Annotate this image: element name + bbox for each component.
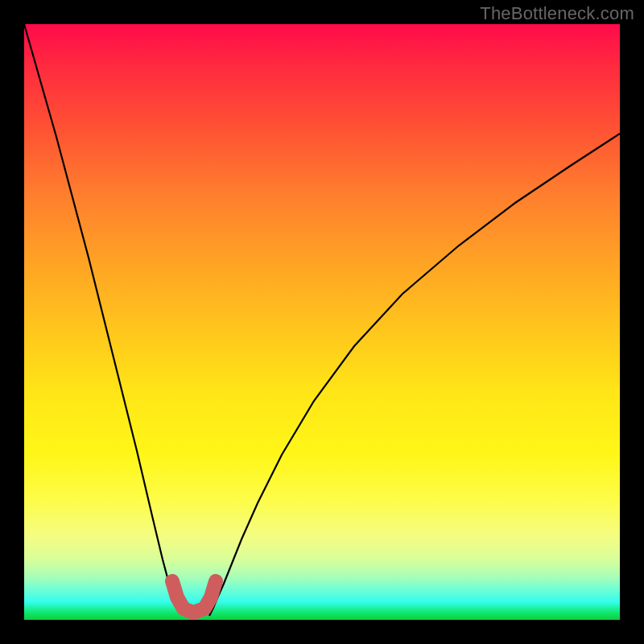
watermark-text: TheBottleneck.com <box>480 3 634 24</box>
chart-container: TheBottleneck.com <box>0 0 644 644</box>
right-curve <box>209 134 620 616</box>
left-curve <box>24 24 185 616</box>
plot-svg <box>24 24 620 620</box>
bottom-u-marker <box>172 581 216 613</box>
